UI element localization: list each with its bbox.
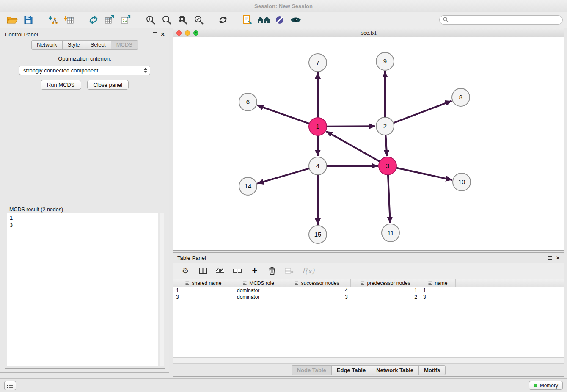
close-panel-icon[interactable]: × bbox=[161, 32, 165, 36]
open-session-button[interactable] bbox=[4, 14, 20, 26]
svg-text:15: 15 bbox=[314, 231, 322, 238]
graph-node-9[interactable]: 9 bbox=[376, 52, 394, 70]
function-builder-button[interactable]: f(x) bbox=[302, 265, 314, 277]
tab-node-table[interactable]: Node Table bbox=[292, 365, 332, 375]
graph-node-10[interactable]: 10 bbox=[453, 173, 471, 191]
graph-node-15[interactable]: 15 bbox=[309, 226, 327, 243]
zoom-in-button[interactable] bbox=[142, 14, 158, 26]
memory-status-icon bbox=[534, 384, 537, 387]
export-image-button[interactable] bbox=[118, 14, 134, 26]
zoom-fit-button[interactable] bbox=[174, 14, 190, 26]
svg-text:1: 1 bbox=[316, 123, 319, 130]
graph-node-14[interactable]: 14 bbox=[239, 177, 257, 195]
column-layout-button[interactable] bbox=[198, 265, 207, 277]
graph-edge-1-6[interactable] bbox=[257, 105, 309, 124]
cell[interactable]: 1 bbox=[351, 287, 420, 294]
column-header-mcds-role[interactable]: MCDS role bbox=[234, 279, 283, 287]
tab-select[interactable]: Select bbox=[85, 40, 111, 50]
search-field[interactable] bbox=[439, 15, 563, 25]
column-type-icon bbox=[428, 281, 432, 285]
graph-node-7[interactable]: 7 bbox=[309, 54, 327, 72]
svg-text:8: 8 bbox=[459, 94, 462, 101]
run-mcds-button[interactable]: Run MCDS bbox=[41, 80, 81, 90]
document-arrows-icon bbox=[242, 15, 253, 25]
cell[interactable]: 3 bbox=[420, 294, 456, 301]
result-scrollbar[interactable] bbox=[160, 213, 164, 366]
document-arrows-button[interactable] bbox=[239, 14, 256, 26]
mcds-result-text[interactable]: 13 bbox=[7, 213, 158, 366]
graph-edge-3-11[interactable] bbox=[388, 175, 390, 223]
unselect-all-columns-button[interactable] bbox=[233, 265, 242, 277]
window-close-icon[interactable]: × bbox=[176, 30, 182, 36]
column-header-shared-name[interactable]: shared name bbox=[173, 279, 234, 287]
tab-edge-table[interactable]: Edge Table bbox=[331, 365, 371, 375]
graph-edge-4-14[interactable] bbox=[257, 168, 309, 184]
cell[interactable]: 3 bbox=[283, 294, 351, 301]
save-session-button[interactable] bbox=[20, 14, 36, 26]
cell[interactable]: 3 bbox=[173, 294, 234, 301]
table-row[interactable]: 1dominator411 bbox=[173, 287, 564, 294]
zoom-selected-button[interactable] bbox=[190, 14, 206, 26]
show-details-button[interactable] bbox=[288, 14, 304, 26]
home-icons-button[interactable] bbox=[256, 14, 272, 26]
graph-node-4[interactable]: 4 bbox=[309, 157, 327, 175]
export-table-button[interactable] bbox=[102, 14, 118, 26]
refresh-view-button[interactable] bbox=[215, 14, 231, 26]
window-titlebar[interactable]: Session: New Session bbox=[0, 0, 567, 12]
style-brush-button[interactable] bbox=[272, 14, 288, 26]
graph-edge-1-2[interactable] bbox=[327, 126, 375, 127]
control-panel: Control Panel × NetworkStyleSelectMCDS O… bbox=[0, 28, 169, 373]
window-minimize-icon[interactable]: − bbox=[185, 30, 190, 36]
zoom-out-button[interactable] bbox=[158, 14, 174, 26]
network-canvas[interactable]: 7968124314101511 bbox=[173, 37, 564, 250]
result-line: 3 bbox=[10, 221, 155, 229]
import-network-button[interactable] bbox=[45, 14, 61, 26]
float-table-panel-icon[interactable] bbox=[548, 256, 552, 260]
search-input[interactable] bbox=[451, 17, 559, 23]
column-header-name[interactable]: name bbox=[420, 279, 456, 287]
open-folder-icon bbox=[7, 15, 18, 25]
tab-network-table[interactable]: Network Table bbox=[371, 365, 419, 375]
table-settings-button[interactable]: ⚙ bbox=[181, 265, 190, 277]
graph-edge-3-10[interactable] bbox=[396, 168, 452, 180]
table-hscrollbar[interactable] bbox=[173, 357, 564, 364]
create-column-button[interactable]: + bbox=[250, 265, 259, 277]
delete-table-button[interactable] bbox=[285, 265, 294, 277]
network-window-titlebar[interactable]: × − + scc.txt bbox=[173, 28, 564, 37]
optimization-dropdown[interactable]: strongly connected component bbox=[19, 66, 150, 75]
tab-style[interactable]: Style bbox=[62, 40, 85, 50]
graph-edge-2-8[interactable] bbox=[394, 101, 452, 123]
graph-node-3[interactable]: 3 bbox=[379, 157, 396, 175]
import-table-button[interactable] bbox=[61, 14, 77, 26]
delete-column-button[interactable] bbox=[267, 265, 277, 277]
memory-button[interactable]: Memory bbox=[529, 381, 563, 390]
graph-edge-2-3[interactable] bbox=[385, 135, 387, 156]
close-panel-button[interactable]: Close panel bbox=[87, 80, 129, 90]
cell[interactable]: dominator bbox=[234, 294, 283, 301]
graph-node-1[interactable]: 1 bbox=[309, 118, 327, 135]
window-maximize-icon[interactable]: + bbox=[193, 30, 198, 36]
show-panels-button[interactable] bbox=[4, 381, 16, 390]
graph-node-11[interactable]: 11 bbox=[382, 224, 399, 242]
graph-node-8[interactable]: 8 bbox=[452, 88, 470, 106]
graph-node-2[interactable]: 2 bbox=[376, 117, 394, 135]
cell[interactable]: 2 bbox=[351, 294, 420, 301]
graph-edge-3-1[interactable] bbox=[326, 131, 380, 161]
float-panel-icon[interactable] bbox=[153, 32, 157, 36]
tab-mcds[interactable]: MCDS bbox=[111, 40, 138, 50]
cell[interactable]: dominator bbox=[234, 287, 283, 294]
svg-text:6: 6 bbox=[246, 98, 250, 105]
tab-network[interactable]: Network bbox=[31, 40, 63, 50]
table-row[interactable]: 3dominator323 bbox=[173, 294, 564, 301]
column-header-predecessor-nodes[interactable]: predecessor nodes bbox=[351, 279, 420, 287]
close-table-panel-icon[interactable]: × bbox=[556, 256, 560, 260]
cell[interactable]: 1 bbox=[420, 287, 456, 294]
column-header-successor-nodes[interactable]: successor nodes bbox=[283, 279, 351, 287]
cell[interactable]: 1 bbox=[173, 287, 234, 294]
select-all-columns-button[interactable] bbox=[215, 265, 225, 277]
control-panel-header: Control Panel × bbox=[0, 28, 169, 40]
tab-motifs[interactable]: Motifs bbox=[418, 365, 446, 375]
graph-node-6[interactable]: 6 bbox=[239, 93, 257, 111]
export-network-button[interactable] bbox=[85, 14, 102, 26]
cell[interactable]: 4 bbox=[283, 287, 351, 294]
